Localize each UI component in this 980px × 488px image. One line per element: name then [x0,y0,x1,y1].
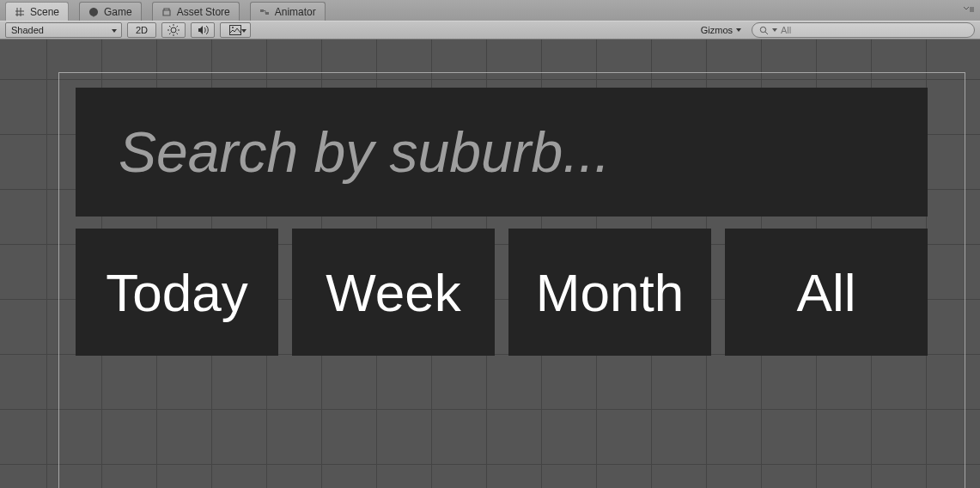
filter-button-month[interactable]: Month [508,229,711,356]
render-mode-dropdown[interactable]: Shaded [5,22,122,38]
filter-button-week[interactable]: Week [292,229,495,356]
filter-button-all[interactable]: All [725,229,928,356]
tab-animator[interactable]: Animator [250,2,326,21]
game-icon [88,7,99,17]
svg-rect-1 [265,12,269,15]
scene-viewport-wrap: Search by suburb... Today Week Month All [0,40,980,488]
button-label: Today [106,262,247,323]
tab-asset-store[interactable]: Asset Store [152,2,240,21]
scene-icon [15,7,25,17]
editor-tabs: Scene Game Asset Store Animator [0,0,980,21]
tab-game[interactable]: Game [79,2,142,21]
gizmos-label: Gizmos [701,25,733,35]
chevron-down-icon [736,28,741,32]
svg-point-5 [760,27,765,32]
tab-label: Scene [30,6,59,18]
render-mode-label: Shaded [11,25,44,35]
tab-label: Asset Store [177,6,230,18]
ui-search-box[interactable]: Search by suburb... [76,88,928,217]
asset-store-icon [161,7,172,17]
chevron-down-icon [241,29,247,33]
svg-point-2 [171,27,176,33]
image-icon [229,25,241,35]
svg-point-4 [232,27,234,28]
animator-icon [259,7,270,17]
tab-scene[interactable]: Scene [5,2,69,21]
chevron-down-icon [772,28,777,32]
button-label: Week [326,262,460,323]
tab-label: Animator [275,6,316,18]
hierarchy-search[interactable] [752,22,975,38]
audio-icon [197,24,209,36]
filter-button-today[interactable]: Today [76,229,278,356]
panel-options-icon[interactable] [961,3,977,15]
button-label: All [797,262,856,323]
hierarchy-search-input[interactable] [781,25,967,35]
sun-icon [167,24,180,36]
tab-label: Game [104,6,132,18]
search-icon [759,26,769,35]
2d-toggle[interactable]: 2D [127,22,156,38]
ui-search-placeholder: Search by suburb... [119,119,610,185]
audio-toggle[interactable] [191,22,215,38]
filter-button-row: Today Week Month All [76,229,928,356]
scene-toolbar: Shaded 2D Gizmos [0,21,980,40]
lighting-toggle[interactable] [161,22,186,38]
effects-toggle[interactable] [220,22,251,38]
svg-rect-0 [260,9,264,12]
2d-label: 2D [136,25,148,35]
button-label: Month [536,262,684,323]
gizmos-dropdown[interactable]: Gizmos [696,22,746,38]
